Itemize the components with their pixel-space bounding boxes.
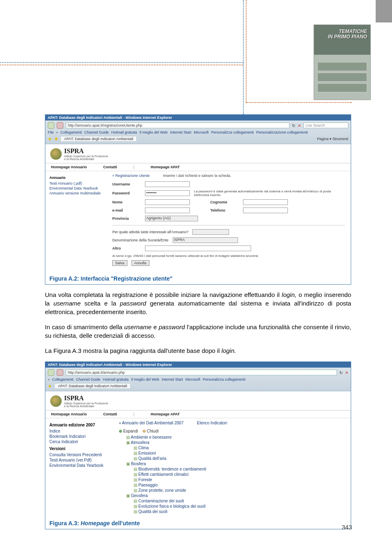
sidenav-item[interactable]: Consulta Versioni Precedenti [49,452,111,457]
site-header: ISPRA Istituto Superiore per la Protezio… [45,144,351,163]
tree-item[interactable]: Zone protette, zone umide [134,488,347,493]
figure-2-caption: Figura A.3: Homepage dell'utente [45,517,351,529]
sidenav-item[interactable]: Indice [49,428,111,434]
tree-item[interactable]: Ambiente e benessere [126,435,347,440]
tree-item[interactable]: Paesaggio [134,482,347,488]
dotted-vertical [243,0,244,114]
ispra-name: ISPRA [64,147,108,155]
tree-item[interactable]: Qualità dell'aria [134,456,347,461]
forward-button[interactable] [57,122,63,129]
menu-bar: File » Collegamenti Channel Guide Hotmai… [48,129,348,135]
page-tab-2[interactable]: APAT: Database degli Indicatori Ambienta… [54,383,131,389]
ente-select[interactable]: ISPRA [173,237,238,243]
side-nav-2: Annuario edizione 2007 Indice Bookmark I… [45,418,115,517]
ispra-logo-icon [50,395,62,407]
telefono-input[interactable] [243,207,288,213]
browser-chrome: APAT: Database degli Indicatori Ambienta… [45,115,351,144]
site-nav: Homepage Annuario Contatti | Homepage AP… [45,163,351,171]
username-input[interactable] [145,181,190,187]
sidenav-item[interactable]: Testi Annuario (.pdf) [49,181,102,186]
window-title-2: APAT: Database degli Indicatori Ambienta… [45,362,351,368]
window-title: APAT: Database degli Indicatori Ambienta… [45,115,351,120]
ispra-logo-icon [50,148,62,160]
dotted-horizontal-1 [0,62,243,63]
toolbar-right[interactable]: Pagina ▾ Strumenti [317,137,348,141]
paragraph-1: Una volta completata la registrazione è … [45,290,351,316]
cancel-button[interactable]: Annulla [131,260,149,266]
cognome-input[interactable] [243,199,288,205]
search-box[interactable]: Live Search [303,123,348,128]
tree-item[interactable]: Biosfera [126,461,347,466]
favorites-icon[interactable]: ★ [48,384,52,389]
sidenav-item[interactable]: Cerca Indicatori [49,439,111,444]
save-button[interactable]: Salva [112,260,127,266]
sidenav-item[interactable]: Environmental Data Yearbook [49,463,111,468]
site-nav-2: Homepage Annuario Contatti | Homepage AP… [45,410,351,418]
collapse-icon[interactable]: ⊖ [143,429,146,433]
sidenav-item[interactable]: Testi Annuario (ver.Pdf) [49,457,111,463]
provincia-select[interactable]: Agrigento (AG) [145,216,198,221]
tree-item[interactable]: Atmosfera [126,440,347,445]
url-bar-2[interactable]: http://annuario.apat.it/annuario.php [66,370,337,375]
figure-1: APAT: Database degli Indicatori Ambienta… [45,114,351,285]
side-nav: Annuario Testi Annuario (.pdf) Environme… [45,171,107,272]
corner-tab [376,0,392,22]
nav-apat[interactable]: Homepage APAT [151,165,180,169]
tree-item[interactable]: Foreste [134,477,347,482]
tree-item[interactable]: Qualità dei suoli [134,509,347,514]
page-number: 343 [342,524,352,531]
url-bar[interactable]: http://annuario.apat.it/registrazioneUte… [66,123,290,128]
tree-item[interactable]: Clima [134,445,347,451]
thumb-line1: TEMATICHE [339,29,367,34]
page-tab[interactable]: APAT: Database degli Indicatori Ambienta… [60,136,137,142]
email-input[interactable] [145,207,190,213]
sidenav-item[interactable]: Annuario versione multimediale [49,191,102,196]
expand-icon[interactable]: ⊕ [119,429,122,433]
figure-1-caption: Figura A.2: Interfaccia "Registrazione u… [45,272,351,284]
tree-item[interactable]: Emissioni [134,451,347,456]
add-favorite-icon[interactable]: ✚ [54,136,58,142]
tree-item[interactable]: Contaminazione dei suoli [134,498,347,504]
cover-thumbnail: TEMATICHE IN PRIMO PIANO [314,25,371,100]
menu-bar-2: » Collegamenti Channel Guide Hotmail gra… [48,377,348,382]
sidenav-item[interactable]: Bookmark Indicatori [49,434,111,439]
dotted-horizontal-3 [246,102,352,103]
browser-chrome-2: APAT: Database degli Indicatori Ambienta… [45,362,351,391]
tree-item[interactable]: Effetti cambiamenti climatici [134,472,347,477]
attivita-select[interactable] [192,229,229,235]
tree-item[interactable]: Geosfera [126,493,347,498]
back-button[interactable] [48,369,54,376]
dotted-vertical-2 [246,0,247,102]
site-header-2: ISPRA Istituto Superiore per la Protezio… [45,391,351,410]
nome-input[interactable] [145,199,190,205]
thumb-line2: IN PRIMO PIANO [328,34,367,40]
dotted-horizontal-2 [0,65,243,65]
nav-home[interactable]: Homepage Annuario [51,165,87,169]
favorites-icon[interactable]: ★ [48,136,52,142]
paragraph-3: La Figura A.3 mostra la pagina raggiunta… [45,346,351,355]
nav-contatti[interactable]: Contatti [103,165,117,169]
figure-2: APAT: Database degli Indicatori Ambienta… [45,361,351,529]
registration-form: » Registrazione Utente Inserire i dati r… [107,171,351,272]
back-button[interactable] [48,122,54,129]
tree-main: » Annuario dei Dati Ambientali 2007 Elen… [115,418,351,517]
forward-button[interactable] [57,369,63,376]
sidenav-item[interactable]: Environmental Data Yearbook [49,186,102,191]
password-input[interactable]: •••••••• [145,190,190,196]
altro-input[interactable] [145,245,251,251]
tree-item[interactable]: Evoluzione fisica e biologica dei suoli [134,504,347,509]
tree-item[interactable]: Biodiversità: tendenze e cambiamenti [134,466,347,472]
paragraph-2: In caso di smarrimento della username e … [45,323,351,340]
